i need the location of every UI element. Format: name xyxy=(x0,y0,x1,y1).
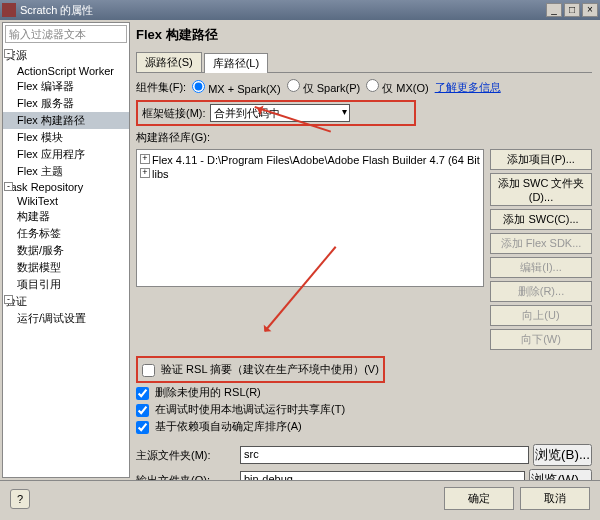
lib-label: 构建路径库(G): xyxy=(136,130,210,145)
tab-source[interactable]: 源路径(S) xyxy=(136,52,202,72)
tree-item[interactable]: 构建器 xyxy=(3,208,129,225)
window-buttons: _ □ × xyxy=(546,3,598,17)
tree-item[interactable]: Flex 主题 xyxy=(3,163,129,180)
minimize-button[interactable]: _ xyxy=(546,3,562,17)
tree-item[interactable]: 数据/服务 xyxy=(3,242,129,259)
filter-input[interactable]: 输入过滤器文本 xyxy=(5,25,127,43)
add-swc-button[interactable]: 添加 SWC(C)... xyxy=(490,209,592,230)
remove-unused-check[interactable]: 删除未使用的 RSL(R) xyxy=(136,385,592,400)
checks-group: 验证 RSL 摘要（建议在生产环境中使用）(V) 删除未使用的 RSL(R) 在… xyxy=(136,356,592,434)
cancel-button[interactable]: 取消 xyxy=(520,487,590,510)
ok-button[interactable]: 确定 xyxy=(444,487,514,510)
window-title: Scratch 的属性 xyxy=(20,3,546,18)
main-src-label: 主源文件夹(M): xyxy=(136,448,236,463)
footer: ? 确定 取消 xyxy=(0,480,600,516)
tree-item[interactable]: Flex 应用程序 xyxy=(3,146,129,163)
maximize-button[interactable]: □ xyxy=(564,3,580,17)
titlebar: Scratch 的属性 _ □ × xyxy=(0,0,600,20)
edit-button: 编辑(I)... xyxy=(490,257,592,278)
tree-item[interactable]: 项目引用 xyxy=(3,276,129,293)
radio-mx-only[interactable]: 仅 MX(O) xyxy=(366,79,429,96)
sidebar: 输入过滤器文本 -资源ActionScript WorkerFlex 编译器Fl… xyxy=(2,22,130,478)
verify-rsl-check[interactable]: 验证 RSL 摘要（建议在生产环境中使用）(V) xyxy=(142,362,379,377)
content-pane: Flex 构建路径 源路径(S) 库路径(L) 组件集(F): MX + Spa… xyxy=(132,20,600,480)
add-project-button[interactable]: 添加项目(P)... xyxy=(490,149,592,170)
tree-item[interactable]: Flex 编译器 xyxy=(3,78,129,95)
tree-item[interactable]: 运行/调试设置 xyxy=(3,310,129,327)
browse-main-button[interactable]: 浏览(B)... xyxy=(533,444,592,466)
radio-mx-spark[interactable]: MX + Spark(X) xyxy=(192,80,281,95)
add-flex-sdk-button: 添加 Flex SDK... xyxy=(490,233,592,254)
remove-button: 删除(R)... xyxy=(490,281,592,302)
browse-output-button[interactable]: 浏览(W)... xyxy=(529,469,592,480)
tree-item[interactable]: ActionScript Worker xyxy=(3,64,129,78)
framework-link-label: 框架链接(M): xyxy=(142,106,206,121)
framework-link-select[interactable]: 合并到代码中 xyxy=(210,104,350,122)
lib-button-column: 添加项目(P)... 添加 SWC 文件夹(D)... 添加 SWC(C)...… xyxy=(490,149,592,350)
close-button[interactable]: × xyxy=(582,3,598,17)
tree-group[interactable]: -资源 xyxy=(3,47,129,64)
framework-link-row: 框架链接(M): 合并到代码中 xyxy=(136,100,416,126)
tree-item[interactable]: 任务标签 xyxy=(3,225,129,242)
use-local-check[interactable]: 在调试时使用本地调试运行时共享库(T) xyxy=(136,402,592,417)
component-set-label: 组件集(F): xyxy=(136,80,186,95)
tab-bar: 源路径(S) 库路径(L) xyxy=(136,52,592,73)
down-button: 向下(W) xyxy=(490,329,592,350)
verify-rsl-highlight: 验证 RSL 摘要（建议在生产环境中使用）(V) xyxy=(136,356,385,383)
tab-library[interactable]: 库路径(L) xyxy=(204,53,268,73)
output-input[interactable]: bin-debug xyxy=(240,471,525,480)
add-swc-folder-button[interactable]: 添加 SWC 文件夹(D)... xyxy=(490,173,592,206)
auto-order-check[interactable]: 基于依赖项自动确定库排序(A) xyxy=(136,419,592,434)
tree-item[interactable]: 数据模型 xyxy=(3,259,129,276)
tree-item[interactable]: Flex 服务器 xyxy=(3,95,129,112)
tree-item[interactable]: Flex 构建路径 xyxy=(3,112,129,129)
up-button: 向上(U) xyxy=(490,305,592,326)
radio-spark-only[interactable]: 仅 Spark(P) xyxy=(287,79,361,96)
lib-area: Flex 4.11 - D:\Program Files\Adobe\Adobe… xyxy=(136,149,592,350)
page-title: Flex 构建路径 xyxy=(136,26,592,44)
nav-tree: -资源ActionScript WorkerFlex 编译器Flex 服务器Fl… xyxy=(3,45,129,477)
tree-item[interactable]: Flex 模块 xyxy=(3,129,129,146)
main-src-input[interactable]: src xyxy=(240,446,529,464)
help-button[interactable]: ? xyxy=(10,489,30,509)
lib-list[interactable]: Flex 4.11 - D:\Program Files\Adobe\Adobe… xyxy=(136,149,484,287)
tree-group[interactable]: -Task Repository xyxy=(3,180,129,194)
tree-group[interactable]: -验证 xyxy=(3,293,129,310)
lib-item[interactable]: libs xyxy=(140,167,480,181)
lib-label-row: 构建路径库(G): xyxy=(136,130,592,145)
output-label: 输出文件夹(O): xyxy=(136,473,236,481)
tree-item[interactable]: WikiText xyxy=(3,194,129,208)
lib-item[interactable]: Flex 4.11 - D:\Program Files\Adobe\Adobe… xyxy=(140,153,480,167)
more-info-link[interactable]: 了解更多信息 xyxy=(435,80,501,95)
app-icon xyxy=(2,3,16,17)
folders-group: 主源文件夹(M): src 浏览(B)... 输出文件夹(O): bin-deb… xyxy=(136,444,592,480)
component-set-row: 组件集(F): MX + Spark(X) 仅 Spark(P) 仅 MX(O)… xyxy=(136,79,592,96)
